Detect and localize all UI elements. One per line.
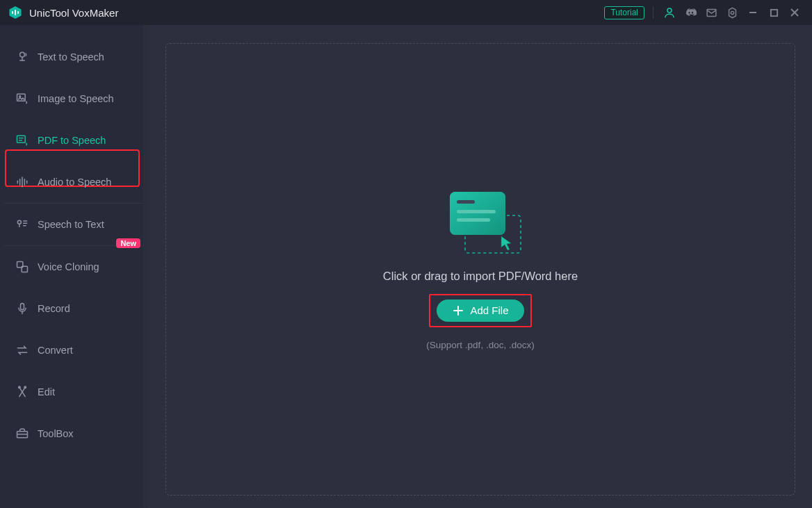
record-icon [15, 302, 29, 316]
svg-rect-2 [15, 10, 16, 15]
nav-label: PDF to Speech [38, 135, 106, 146]
minimize-button[interactable] [744, 3, 762, 22]
app-title: UnicTool VoxMaker [29, 7, 118, 19]
add-file-label: Add File [470, 304, 508, 316]
svg-rect-17 [17, 136, 26, 142]
settings-icon[interactable] [723, 3, 741, 22]
discord-icon[interactable] [681, 3, 699, 22]
edit-icon [15, 385, 29, 399]
text-to-speech-icon [15, 50, 29, 64]
tutorial-button[interactable]: Tutorial [604, 6, 644, 19]
app-logo-icon [8, 6, 22, 19]
nav-label: Text to Speech [38, 51, 104, 63]
add-file-button[interactable]: Add File [437, 300, 523, 322]
toolbox-icon [15, 427, 29, 441]
svg-marker-6 [729, 8, 736, 17]
nav-label: Convert [38, 345, 73, 356]
svg-point-12 [20, 52, 25, 57]
svg-rect-42 [457, 210, 496, 213]
svg-rect-1 [12, 11, 13, 14]
nav-label: Edit [38, 386, 55, 398]
svg-point-16 [19, 96, 21, 97]
file-dropzone[interactable]: Click or drag to import PDF/Word here Ad… [165, 43, 795, 495]
voice-cloning-icon [15, 260, 29, 274]
svg-point-4 [667, 8, 672, 13]
support-formats-text: (Support .pdf, .doc, .docx) [426, 340, 534, 350]
plus-icon [452, 304, 464, 317]
nav-pdf-to-speech[interactable]: PDF to Speech [0, 120, 147, 161]
nav-voice-cloning[interactable]: New Voice Cloning [0, 246, 147, 288]
nav-audio-to-speech[interactable]: Audio to Speech [0, 161, 147, 203]
svg-point-7 [731, 11, 733, 14]
nav-label: Audio to Speech [38, 177, 111, 188]
nav-label: Image to Speech [38, 93, 114, 104]
dropzone-message: Click or drag to import PDF/Word here [383, 270, 578, 283]
nav-text-to-speech[interactable]: Text to Speech [0, 36, 147, 78]
svg-rect-3 [17, 11, 19, 14]
content-area: Click or drag to import PDF/Word here Ad… [147, 25, 812, 508]
nav-toolbox[interactable]: ToolBox [0, 413, 147, 454]
nav-image-to-speech[interactable]: Image to Speech [0, 78, 147, 120]
add-file-highlight: Add File [429, 294, 531, 327]
new-badge: New [116, 238, 140, 248]
main-area: Text to Speech Image to Speech PDF to Sp… [0, 25, 812, 508]
speech-to-text-icon [15, 218, 29, 231]
nav-label: Voice Cloning [38, 261, 99, 272]
nav-label: Speech to Text [38, 219, 104, 230]
maximize-button[interactable] [765, 3, 783, 22]
svg-point-25 [17, 220, 21, 224]
svg-rect-32 [21, 304, 24, 310]
pdf-to-speech-icon [15, 133, 29, 147]
svg-rect-15 [17, 94, 26, 101]
nav-label: ToolBox [38, 428, 74, 439]
mail-icon[interactable] [702, 3, 720, 22]
nav-label: Record [38, 303, 70, 314]
dropzone-illustration-icon [432, 189, 529, 259]
image-to-speech-icon [15, 92, 29, 106]
account-icon[interactable] [660, 3, 679, 22]
svg-rect-43 [457, 218, 490, 222]
audio-to-speech-icon [15, 175, 29, 189]
svg-rect-9 [770, 9, 777, 15]
title-bar: UnicTool VoxMaker Tutorial [0, 0, 812, 25]
nav-convert[interactable]: Convert [0, 329, 147, 371]
close-button[interactable] [786, 3, 804, 22]
nav-edit[interactable]: Edit [0, 371, 147, 413]
svg-rect-41 [457, 200, 475, 204]
sidebar: Text to Speech Image to Speech PDF to Sp… [0, 25, 147, 508]
titlebar-divider [653, 6, 653, 19]
nav-record[interactable]: Record [0, 288, 147, 329]
convert-icon [15, 343, 29, 357]
